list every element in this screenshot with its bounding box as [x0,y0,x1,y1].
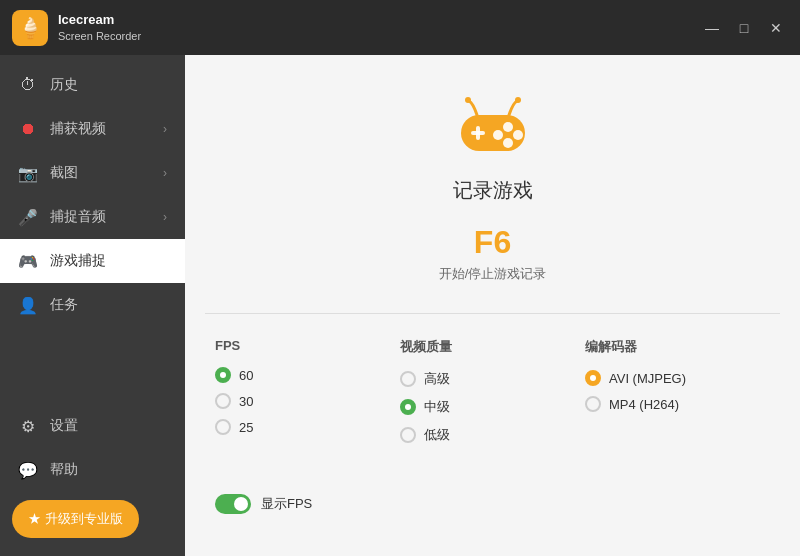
toggle-row: 显示FPS [185,478,800,530]
svg-point-7 [465,97,471,103]
title-bar: 🍦 Icecream Screen Recorder — □ ✕ [0,0,800,55]
codec-mp4-value: MP4 (H264) [609,397,679,412]
sidebar-item-history[interactable]: ⏱ 历史 [0,63,185,107]
fps-60-value: 60 [239,368,253,383]
codec-label: 编解码器 [585,338,770,356]
svg-point-2 [513,130,523,140]
quality-low-radio[interactable] [400,427,416,443]
svg-point-3 [503,138,513,148]
game-controller-icon [453,95,533,165]
sidebar-bottom: ⚙ 设置 💬 帮助 ★ 升级到专业版 [0,394,185,556]
codec-avi-option[interactable]: AVI (MJPEG) [585,370,770,386]
minimize-button[interactable]: — [700,16,724,40]
app-title-line1: Icecream [58,11,141,29]
sidebar-label-capture-audio: 捕捉音频 [50,208,151,226]
app-branding: 🍦 Icecream Screen Recorder [12,10,141,46]
sidebar-item-capture-audio[interactable]: 🎤 捕捉音频 › [0,195,185,239]
quality-column: 视频质量 高级 中级 低级 [400,338,585,454]
content-area: 记录游戏 F6 开始/停止游戏记录 FPS 60 30 [185,55,800,556]
quality-mid-option[interactable]: 中级 [400,398,585,416]
show-fps-toggle[interactable] [215,494,251,514]
game-title: 记录游戏 [453,177,533,204]
sidebar-item-settings[interactable]: ⚙ 设置 [0,404,185,448]
fps-column: FPS 60 30 25 [215,338,400,454]
arrow-icon: › [163,122,167,136]
sidebar-label-tasks: 任务 [50,296,167,314]
quality-high-option[interactable]: 高级 [400,370,585,388]
sidebar-item-help[interactable]: 💬 帮助 [0,448,185,492]
game-hero-section: 记录游戏 F6 开始/停止游戏记录 [185,55,800,313]
fps-25-radio[interactable] [215,419,231,435]
capture-audio-icon: 🎤 [18,207,38,227]
quality-low-value: 低级 [424,426,450,444]
sidebar-item-game-capture[interactable]: 🎮 游戏捕捉 [0,239,185,283]
quality-label: 视频质量 [400,338,585,356]
sidebar-item-tasks[interactable]: 👤 任务 [0,283,185,327]
svg-point-1 [503,122,513,132]
settings-panel: FPS 60 30 25 视频质量 高级 [185,314,800,478]
svg-point-8 [515,97,521,103]
app-logo: 🍦 [12,10,48,46]
sidebar-label-history: 历史 [50,76,167,94]
quality-high-radio[interactable] [400,371,416,387]
sidebar-label-game-capture: 游戏捕捉 [50,252,167,270]
codec-column: 编解码器 AVI (MJPEG) MP4 (H264) [585,338,770,454]
fps-label: FPS [215,338,400,353]
codec-avi-value: AVI (MJPEG) [609,371,686,386]
arrow-icon: › [163,210,167,224]
quality-low-option[interactable]: 低级 [400,426,585,444]
sidebar-label-settings: 设置 [50,417,167,435]
upgrade-button[interactable]: ★ 升级到专业版 [12,500,139,538]
sidebar-nav: ⏱ 历史 ⏺ 捕获视频 › 📷 截图 › 🎤 捕捉音频 › [0,55,185,394]
fps-60-radio[interactable] [215,367,231,383]
window-controls: — □ ✕ [700,16,788,40]
quality-mid-value: 中级 [424,398,450,416]
fps-60-option[interactable]: 60 [215,367,400,383]
settings-icon: ⚙ [18,416,38,436]
codec-mp4-option[interactable]: MP4 (H264) [585,396,770,412]
sidebar-item-screenshot[interactable]: 📷 截图 › [0,151,185,195]
hotkey-key: F6 [439,224,547,261]
svg-point-4 [493,130,503,140]
fps-30-option[interactable]: 30 [215,393,400,409]
svg-rect-6 [476,126,480,140]
app-title: Icecream Screen Recorder [58,11,141,45]
game-capture-icon: 🎮 [18,251,38,271]
help-icon: 💬 [18,460,38,480]
fps-25-option[interactable]: 25 [215,419,400,435]
hotkey-section: F6 开始/停止游戏记录 [439,224,547,283]
sidebar: ⏱ 历史 ⏺ 捕获视频 › 📷 截图 › 🎤 捕捉音频 › [0,55,185,556]
codec-mp4-radio[interactable] [585,396,601,412]
capture-video-icon: ⏺ [18,119,38,139]
sidebar-item-capture-video[interactable]: ⏺ 捕获视频 › [0,107,185,151]
sidebar-label-screenshot: 截图 [50,164,151,182]
hotkey-description: 开始/停止游戏记录 [439,265,547,283]
show-fps-label: 显示FPS [261,495,312,513]
fps-30-value: 30 [239,394,253,409]
quality-mid-radio[interactable] [400,399,416,415]
quality-high-value: 高级 [424,370,450,388]
history-icon: ⏱ [18,75,38,95]
sidebar-label-help: 帮助 [50,461,167,479]
main-layout: ⏱ 历史 ⏺ 捕获视频 › 📷 截图 › 🎤 捕捉音频 › [0,55,800,556]
sidebar-label-capture-video: 捕获视频 [50,120,151,138]
screenshot-icon: 📷 [18,163,38,183]
fps-30-radio[interactable] [215,393,231,409]
maximize-button[interactable]: □ [732,16,756,40]
app-title-line2: Screen Recorder [58,29,141,44]
codec-avi-radio[interactable] [585,370,601,386]
fps-25-value: 25 [239,420,253,435]
close-button[interactable]: ✕ [764,16,788,40]
tasks-icon: 👤 [18,295,38,315]
arrow-icon: › [163,166,167,180]
